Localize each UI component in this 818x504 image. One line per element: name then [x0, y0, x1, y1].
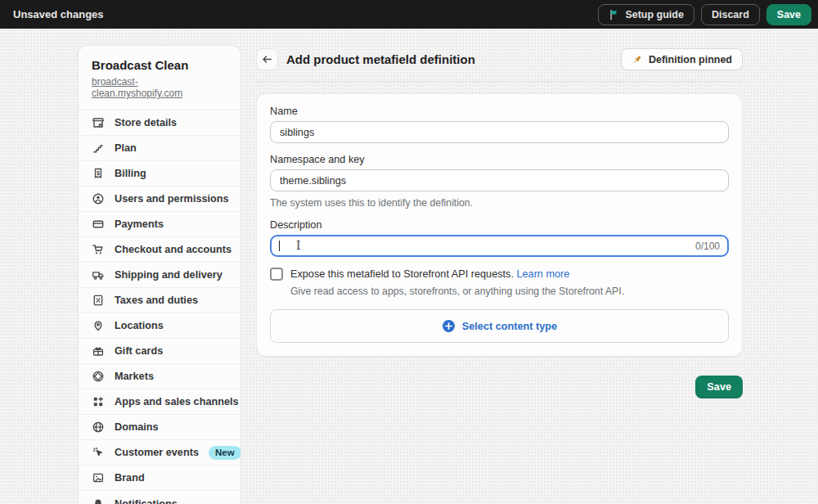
header-divider	[256, 81, 743, 82]
gift-cards-icon	[92, 344, 105, 358]
unsaved-changes-label: Unsaved changes	[13, 8, 104, 20]
sidebar-item-shipping-delivery[interactable]: Shipping and delivery	[79, 263, 240, 288]
save-row: Save	[256, 376, 743, 398]
sidebar-item-label: Users and permissions	[115, 193, 229, 205]
text-caret	[279, 241, 280, 251]
discard-label: Discard	[712, 9, 749, 20]
shipping-icon	[92, 268, 105, 281]
name-input[interactable]	[270, 121, 729, 143]
sidebar-item-label: Locations	[115, 320, 164, 331]
pin-icon	[631, 54, 643, 65]
storefront-icon	[92, 116, 105, 129]
apps-icon	[92, 395, 105, 408]
sidebar-item-brand[interactable]: Brand	[79, 466, 240, 491]
new-badge: New	[209, 446, 241, 460]
learn-more-link[interactable]: Learn more	[516, 268, 569, 280]
topbar-save-button[interactable]: Save	[766, 4, 811, 25]
sidebar-item-store-details[interactable]: Store details	[79, 110, 240, 136]
definition-pinned-label: Definition pinned	[649, 54, 732, 65]
expose-storefront-label: Expose this metafield to Storefront API …	[290, 268, 569, 281]
description-field-group: Description I 0/100	[270, 219, 729, 257]
discard-button[interactable]: Discard	[701, 4, 760, 25]
sidebar-item-label: Brand	[115, 472, 145, 484]
main-panel: Add product metafield definition Definit…	[256, 48, 743, 398]
name-field-group: Name	[270, 106, 729, 143]
sidebar-item-label: Billing	[115, 168, 146, 179]
description-label: Description	[270, 219, 729, 231]
arrow-left-icon	[261, 53, 273, 65]
settings-page: Broadcast Clean broadcast-clean.myshopif…	[0, 29, 818, 504]
sidebar-item-label: Apps and sales channels	[115, 396, 239, 407]
sidebar-item-customer-events[interactable]: Customer events New	[79, 440, 240, 466]
description-input-wrap: I 0/100	[270, 235, 729, 257]
locations-icon	[92, 319, 105, 332]
brand-icon	[92, 471, 105, 484]
sidebar-item-plan[interactable]: Plan	[79, 136, 240, 161]
page-header: Add product metafield definition Definit…	[256, 48, 743, 70]
definition-pinned-button[interactable]: Definition pinned	[621, 48, 743, 70]
setup-guide-button[interactable]: Setup guide	[598, 4, 694, 25]
store-name: Broadcast Clean	[92, 58, 227, 72]
flag-icon	[609, 9, 620, 20]
payments-icon	[92, 218, 105, 231]
sidebar-item-domains[interactable]: Domains	[79, 415, 240, 440]
topbar-actions: Setup guide Discard Save	[598, 4, 811, 25]
sidebar-item-label: Customer events	[115, 447, 199, 458]
expose-storefront-text: Expose this metafield to Storefront API …	[290, 268, 514, 280]
sidebar-item-label: Taxes and duties	[115, 295, 198, 306]
billing-icon: $	[92, 167, 105, 180]
svg-text:$: $	[97, 169, 101, 177]
topbar: Unsaved changes Setup guide Discard Save	[0, 0, 818, 29]
namespace-field-group: Namespace and key The system uses this t…	[270, 154, 729, 209]
character-counter: 0/100	[695, 241, 720, 252]
select-content-type-button[interactable]: Select content type	[270, 309, 729, 343]
sidebar-item-label: Plan	[115, 142, 137, 154]
expose-storefront-checkbox[interactable]	[270, 268, 283, 281]
sidebar-item-label: Notifications	[115, 498, 178, 504]
sidebar-item-locations[interactable]: Locations	[79, 313, 240, 339]
sidebar-item-taxes-duties[interactable]: Taxes and duties	[79, 288, 240, 313]
users-icon	[92, 192, 105, 205]
store-domain-link[interactable]: broadcast-clean.myshopify.com	[92, 76, 227, 99]
sidebar-item-label: Checkout and accounts	[115, 244, 231, 255]
sidebar-item-apps-sales-channels[interactable]: Apps and sales channels	[79, 389, 240, 415]
name-label: Name	[270, 106, 729, 117]
checkout-icon	[92, 243, 105, 256]
sidebar-item-label: Shipping and delivery	[115, 269, 222, 281]
sidebar-item-label: Store details	[115, 117, 177, 128]
save-button[interactable]: Save	[695, 376, 743, 398]
taxes-icon	[92, 294, 105, 307]
namespace-label: Namespace and key	[270, 154, 729, 165]
sidebar-item-label: Payments	[115, 218, 164, 230]
topbar-save-label: Save	[777, 9, 801, 20]
plan-icon	[92, 142, 105, 155]
domains-icon	[92, 421, 105, 434]
namespace-key-input[interactable]	[270, 169, 729, 191]
markets-icon	[92, 370, 105, 383]
select-content-type-label: Select content type	[462, 321, 557, 332]
expose-storefront-help: Give read access to apps, storefronts, o…	[290, 286, 729, 297]
save-label: Save	[707, 381, 731, 393]
sidebar-item-payments[interactable]: Payments	[79, 212, 240, 237]
sidebar-item-markets[interactable]: Markets	[79, 364, 240, 389]
sidebar-item-billing[interactable]: $ Billing	[79, 161, 240, 187]
sidebar-item-gift-cards[interactable]: Gift cards	[79, 339, 240, 364]
sidebar-item-users-permissions[interactable]: Users and permissions	[79, 187, 240, 212]
description-input[interactable]	[270, 235, 729, 257]
namespace-help-text: The system uses this to identify the def…	[270, 197, 729, 209]
page-title: Add product metafield definition	[286, 52, 475, 66]
notifications-icon	[92, 497, 105, 504]
sidebar-store-header: Broadcast Clean broadcast-clean.myshopif…	[79, 46, 240, 110]
setup-guide-label: Setup guide	[625, 9, 684, 20]
sidebar-item-label: Markets	[115, 371, 154, 382]
settings-sidebar: Broadcast Clean broadcast-clean.myshopif…	[78, 45, 241, 504]
plus-circle-icon	[442, 319, 456, 333]
metafield-definition-card: Name Namespace and key The system uses t…	[256, 93, 743, 357]
customer-events-icon	[92, 446, 105, 459]
sidebar-item-label: Domains	[115, 421, 159, 433]
expose-storefront-row: Expose this metafield to Storefront API …	[270, 268, 729, 281]
sidebar-item-label: Gift cards	[115, 345, 163, 357]
sidebar-item-notifications[interactable]: Notifications	[79, 491, 240, 504]
sidebar-item-checkout-accounts[interactable]: Checkout and accounts	[79, 237, 240, 263]
back-button[interactable]	[256, 48, 278, 70]
